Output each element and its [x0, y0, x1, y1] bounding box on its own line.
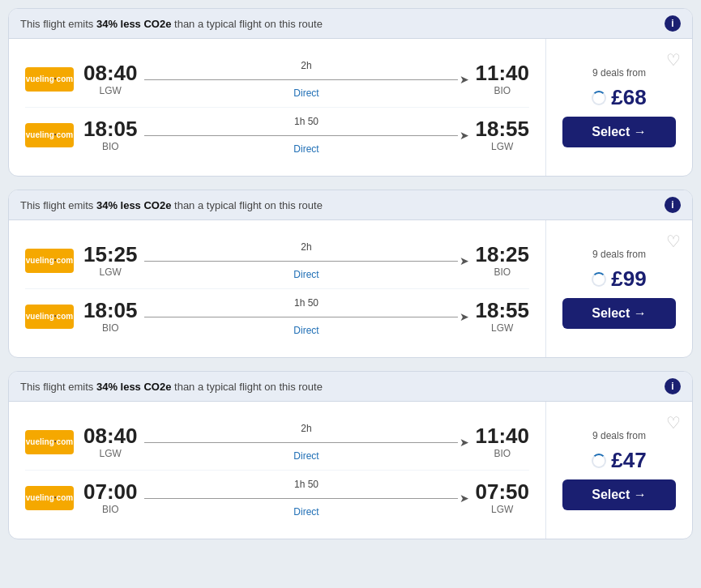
- duration: 1h 50: [294, 297, 318, 309]
- depart-block: 08:40LGW: [83, 425, 138, 459]
- wishlist-icon[interactable]: ♡: [666, 50, 681, 70]
- route-line: ➤: [144, 310, 469, 323]
- select-button[interactable]: Select →: [562, 117, 676, 147]
- arrive-time: 18:55: [476, 300, 530, 321]
- arrive-port: LGW: [476, 322, 530, 334]
- airline-name: vueling·com: [26, 256, 73, 266]
- duration: 2h: [301, 423, 311, 434]
- route-middle: 1h 50 ➤ Direct: [144, 297, 469, 336]
- depart-block: 18:05BIO: [83, 118, 138, 152]
- flight-leg-2: vueling·com07:00BIO 1h 50 ➤ Direct 07:50…: [25, 470, 529, 526]
- wishlist-icon[interactable]: ♡: [666, 413, 681, 432]
- depart-block: 08:40LGW: [83, 62, 138, 96]
- depart-block: 15:25LGW: [83, 244, 138, 278]
- flight-card-body: vueling·com08:40LGW 2h ➤ Direct 11:40BIO…: [9, 39, 692, 176]
- duration: 1h 50: [294, 479, 318, 490]
- loading-spinner: [592, 91, 606, 105]
- depart-time: 18:05: [83, 118, 138, 139]
- deals-label: 9 deals from: [592, 249, 646, 260]
- route-line: ➤: [144, 73, 469, 86]
- arrow-icon: ➤: [459, 73, 469, 86]
- route-line: ➤: [144, 129, 469, 142]
- route-middle: 1h 50 ➤ Direct: [144, 479, 469, 518]
- flight-card-1: This flight emits 34% less CO2e than a t…: [8, 8, 693, 177]
- info-icon[interactable]: i: [665, 15, 681, 32]
- flight-card-body: vueling·com15:25LGW 2h ➤ Direct 18:25BIO…: [9, 220, 692, 357]
- arrive-time: 11:40: [476, 425, 530, 446]
- route-middle: 2h ➤ Direct: [144, 60, 469, 99]
- price-row: £68: [592, 85, 646, 110]
- stop-type: Direct: [293, 325, 318, 336]
- arrow-icon: ➤: [459, 129, 469, 142]
- route-line: ➤: [144, 436, 469, 449]
- airline-name: vueling·com: [26, 493, 73, 503]
- line: [144, 498, 458, 499]
- flight-time-block: 08:40LGW 2h ➤ Direct 11:40BIO: [83, 423, 529, 462]
- arrow-icon: ➤: [459, 492, 469, 505]
- flight-time-block: 18:05BIO 1h 50 ➤ Direct 18:55LGW: [83, 116, 529, 155]
- duration: 2h: [301, 241, 311, 253]
- select-button[interactable]: Select →: [562, 479, 676, 510]
- flight-legs: vueling·com08:40LGW 2h ➤ Direct 11:40BIO…: [9, 402, 546, 539]
- duration: 1h 50: [294, 116, 318, 127]
- airline-name: vueling·com: [26, 312, 73, 322]
- route-middle: 2h ➤ Direct: [144, 423, 469, 462]
- eco-banner: This flight emits 34% less CO2e than a t…: [9, 9, 692, 39]
- arrive-port: LGW: [476, 504, 530, 515]
- airline-logo: vueling·com: [25, 67, 74, 92]
- depart-time: 08:40: [83, 425, 138, 446]
- flight-leg-2: vueling·com18:05BIO 1h 50 ➤ Direct 18:55…: [25, 288, 529, 344]
- flight-leg-1: vueling·com08:40LGW 2h ➤ Direct 11:40BIO: [25, 415, 529, 470]
- info-icon[interactable]: i: [665, 197, 681, 213]
- eco-banner: This flight emits 34% less CO2e than a t…: [9, 190, 692, 220]
- wishlist-icon[interactable]: ♡: [666, 232, 681, 251]
- flight-card-2: This flight emits 34% less CO2e than a t…: [8, 190, 693, 358]
- arrive-block: 11:40BIO: [476, 425, 530, 459]
- arrive-port: BIO: [476, 266, 530, 278]
- depart-time: 07:00: [83, 481, 138, 502]
- stop-type: Direct: [293, 87, 318, 99]
- price-action-panel: ♡9 deals from£47Select →: [546, 402, 692, 539]
- flight-leg-2: vueling·com18:05BIO 1h 50 ➤ Direct 18:55…: [25, 107, 529, 163]
- arrive-time: 11:40: [476, 62, 530, 83]
- airline-logo: vueling·com: [25, 430, 74, 454]
- deals-label: 9 deals from: [592, 430, 646, 441]
- price-row: £47: [592, 448, 646, 473]
- stop-type: Direct: [293, 450, 318, 462]
- deals-label: 9 deals from: [592, 67, 646, 79]
- airline-name: vueling·com: [26, 437, 73, 447]
- price: £68: [611, 85, 646, 110]
- line: [144, 317, 458, 317]
- flight-leg-1: vueling·com08:40LGW 2h ➤ Direct 11:40BIO: [25, 52, 529, 107]
- price: £47: [611, 448, 646, 473]
- eco-message: This flight emits 34% less CO2e than a t…: [20, 18, 323, 30]
- airline-logo: vueling·com: [25, 305, 74, 329]
- flight-card-3: This flight emits 34% less CO2e than a t…: [8, 371, 693, 539]
- duration: 2h: [301, 60, 311, 71]
- arrive-time: 18:25: [476, 244, 530, 265]
- arrive-port: BIO: [476, 85, 530, 96]
- flight-time-block: 15:25LGW 2h ➤ Direct 18:25BIO: [83, 241, 529, 280]
- airline-logo: vueling·com: [25, 249, 74, 273]
- depart-time: 18:05: [83, 300, 138, 321]
- depart-port: BIO: [83, 504, 138, 515]
- flight-leg-1: vueling·com15:25LGW 2h ➤ Direct 18:25BIO: [25, 233, 529, 288]
- stop-type: Direct: [293, 269, 318, 280]
- info-icon[interactable]: i: [665, 378, 681, 394]
- flight-time-block: 08:40LGW 2h ➤ Direct 11:40BIO: [83, 60, 529, 99]
- price-action-panel: ♡9 deals from£68Select →: [546, 39, 692, 176]
- line: [144, 135, 458, 136]
- select-button[interactable]: Select →: [562, 298, 676, 329]
- line: [144, 79, 458, 80]
- price: £99: [611, 266, 646, 292]
- flight-card-body: vueling·com08:40LGW 2h ➤ Direct 11:40BIO…: [9, 402, 692, 539]
- arrow-icon: ➤: [459, 254, 469, 267]
- arrive-block: 07:50LGW: [476, 481, 530, 515]
- depart-port: LGW: [83, 85, 138, 96]
- depart-time: 15:25: [83, 244, 138, 265]
- flight-time-block: 18:05BIO 1h 50 ➤ Direct 18:55LGW: [83, 297, 529, 336]
- depart-port: LGW: [83, 266, 138, 278]
- price-action-panel: ♡9 deals from£99Select →: [546, 220, 692, 357]
- arrive-block: 11:40BIO: [476, 62, 530, 96]
- depart-block: 18:05BIO: [83, 300, 138, 334]
